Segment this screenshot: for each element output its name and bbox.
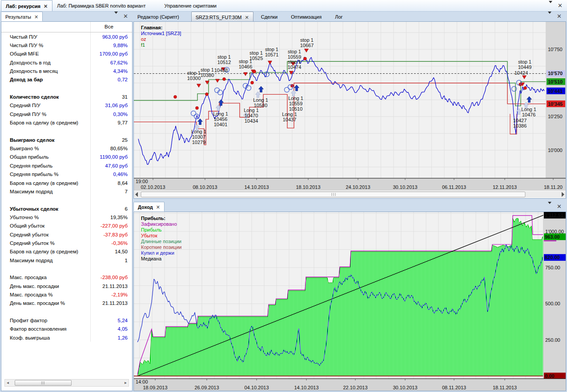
table-row[interactable]: Общий MFE1709,00 руб: [1, 50, 132, 58]
table-row[interactable]: Макс. просадка-238,00 руб: [1, 273, 132, 282]
panel-menu-icon[interactable]: [548, 14, 551, 19]
table-row[interactable]: Баров на сделку (в среднем)9,77: [1, 118, 132, 127]
stat-label: Убыточных сделок: [10, 206, 84, 212]
close-icon[interactable]: ✕: [557, 14, 562, 19]
stat-label: Макс. просадка: [10, 275, 84, 280]
table-row[interactable]: Максимум подряд7: [1, 187, 132, 196]
table-row[interactable]: Средний П/У31,06 руб: [1, 101, 132, 110]
trading-app-window: { "window": { "doc_tabs": [ {"label": "Л…: [0, 0, 567, 392]
svg-text:Long 1: Long 1: [521, 107, 536, 112]
results-hscrollbar[interactable]: ◄ ►: [4, 379, 129, 387]
svg-text:stop 1: stop 1: [288, 59, 301, 64]
table-row[interactable]: [1, 196, 132, 204]
svg-text:10'441: 10'441: [548, 88, 563, 94]
stat-label: Максимум подряд: [10, 258, 84, 263]
table-row[interactable]: День макс. просадки21.11.2013: [1, 282, 132, 290]
svg-text:10512: 10512: [217, 60, 231, 65]
svg-text:10'570: 10'570: [548, 71, 563, 76]
close-icon[interactable]: ✕: [44, 4, 48, 8]
table-row[interactable]: Доход за бар0,72: [1, 76, 132, 84]
table-row[interactable]: Убыточных сделок6: [1, 204, 132, 213]
price-chart[interactable]: stop 110300stop 110380stop 11051210438st…: [134, 22, 566, 198]
table-row[interactable]: Макс. просадка %-2,19%: [1, 290, 132, 299]
svg-text:0.00: 0.00: [545, 373, 554, 379]
panel-menu-icon[interactable]: [548, 204, 551, 209]
table-row[interactable]: Количество сделок31: [1, 92, 132, 101]
table-row[interactable]: Средняя прибыль %0,46%: [1, 170, 132, 179]
stat-label: Доход за бар: [10, 77, 84, 82]
scroll-right-icon[interactable]: ►: [123, 380, 129, 386]
tab-label: Результаты: [5, 14, 31, 20]
svg-text:18.09.2013: 18.09.2013: [143, 385, 167, 390]
doc-tab-label: Управление скриптами: [164, 3, 216, 8]
svg-text:963.00: 963.00: [545, 234, 560, 240]
exit-dot-icon: [196, 107, 199, 110]
window-menu-icon[interactable]: [549, 3, 552, 8]
column-header-all[interactable]: Все: [90, 24, 128, 29]
svg-text:18.11.20: 18.11.20: [544, 184, 563, 190]
table-row[interactable]: Чистый П/У963,00 руб: [1, 32, 132, 41]
results-panel-body: Все Чистый П/У963,00 рубЧистый П/У %9,88…: [1, 21, 133, 391]
column-divider: [90, 22, 91, 342]
close-icon[interactable]: ✕: [156, 205, 160, 209]
exit-dot-icon: [205, 93, 209, 96]
table-row[interactable]: [1, 127, 132, 136]
svg-text:stop 1: stop 1: [201, 67, 214, 72]
scroll-left-icon[interactable]: ◄: [5, 380, 11, 386]
table-row[interactable]: Общая прибыль1190,00 руб: [1, 153, 132, 161]
close-icon[interactable]: ✕: [123, 14, 128, 19]
doc-tab-label: Лаб: Пирамидка SBER nonvito вариант: [57, 3, 145, 8]
table-row[interactable]: [1, 308, 132, 316]
table-row[interactable]: Максимум подряд1: [1, 256, 132, 264]
svg-text:10437: 10437: [283, 117, 297, 122]
table-row[interactable]: Средний убыток %-0,36%: [1, 239, 132, 247]
tab-srz3-rts-fut-30m[interactable]: SRZ3:RTS_FUT:30M ✕: [191, 12, 253, 21]
table-row[interactable]: [1, 264, 132, 273]
svg-text:19:00: 19:00: [136, 179, 148, 184]
table-row[interactable]: Убыточно %19,35%: [1, 213, 132, 221]
close-icon[interactable]: ✕: [558, 4, 563, 8]
table-row[interactable]: Чистый П/У %9,88%: [1, 41, 132, 49]
tab-deals[interactable]: Сделки: [257, 12, 282, 21]
table-row[interactable]: Общий убыток-227,00 руб: [1, 222, 132, 230]
income-chart[interactable]: 1'000.00750.00500.00250.001'112.51963.00…: [134, 212, 566, 391]
doc-tab-label: Лаб: рекурсия: [6, 4, 40, 9]
svg-text:10300: 10300: [187, 76, 201, 81]
svg-text:1'000.00: 1'000.00: [545, 229, 564, 234]
svg-text:stop 1: stop 1: [518, 59, 531, 64]
tab-income[interactable]: Доход ✕: [133, 202, 165, 212]
table-row[interactable]: [1, 84, 132, 92]
doc-tab-script-management[interactable]: Управление скриптами: [160, 0, 221, 11]
table-row[interactable]: Доходность в месяц4,34%: [1, 67, 132, 75]
table-row[interactable]: Средняя прибыль47,60 руб: [1, 161, 132, 170]
table-row[interactable]: День макс. просадки %21.11.2013: [1, 299, 132, 308]
exit-dot-icon: [524, 87, 527, 90]
close-icon[interactable]: ✕: [34, 15, 38, 19]
table-row[interactable]: Баров на сделку (в среднем)8,64: [1, 179, 132, 187]
tab-editor-script[interactable]: Редактор (Скрипт): [133, 12, 183, 21]
tab-log[interactable]: Лог: [331, 12, 346, 21]
tab-results[interactable]: Результаты ✕: [1, 12, 43, 21]
doc-tab-lab-recursion[interactable]: Лаб: рекурсия ✕: [1, 0, 52, 11]
table-row[interactable]: Выиграно сделок25: [1, 136, 132, 144]
exit-dot-icon: [174, 96, 177, 99]
table-row[interactable]: Доходность в год67,62%: [1, 58, 132, 67]
svg-text:04.10.2013: 04.10.2013: [244, 385, 269, 390]
scrollbar-thumb[interactable]: [15, 380, 72, 386]
svg-text:Long 1: Long 1: [253, 97, 268, 103]
panel-menu-icon[interactable]: [114, 14, 118, 19]
table-row[interactable]: Профит фактор5,24: [1, 316, 132, 324]
price-chart-tab-strip: Редактор (Скрипт) SRZ3:RTS_FUT:30M ✕ Сде…: [133, 12, 566, 21]
table-row[interactable]: Выиграно %80,65%: [1, 144, 132, 152]
doc-tab-lab-piramidka[interactable]: Лаб: Пирамидка SBER nonvito вариант: [52, 0, 150, 11]
stat-label: Профит фактор: [10, 318, 84, 323]
table-row[interactable]: Фактор восстановления4,05: [1, 325, 132, 333]
table-row[interactable]: Баров на сделку (в среднем)14,50: [1, 248, 132, 256]
table-row[interactable]: Коэф. выигрыша1,26: [1, 333, 132, 342]
table-row[interactable]: Средний убыток-37,83 руб: [1, 230, 132, 239]
tab-optimization[interactable]: Оптимизация: [287, 12, 326, 21]
svg-text:stop 1: stop 1: [288, 49, 301, 54]
close-icon[interactable]: ✕: [557, 204, 562, 209]
close-icon[interactable]: ✕: [245, 15, 249, 20]
table-row[interactable]: Средний П/У %0,30%: [1, 110, 132, 118]
